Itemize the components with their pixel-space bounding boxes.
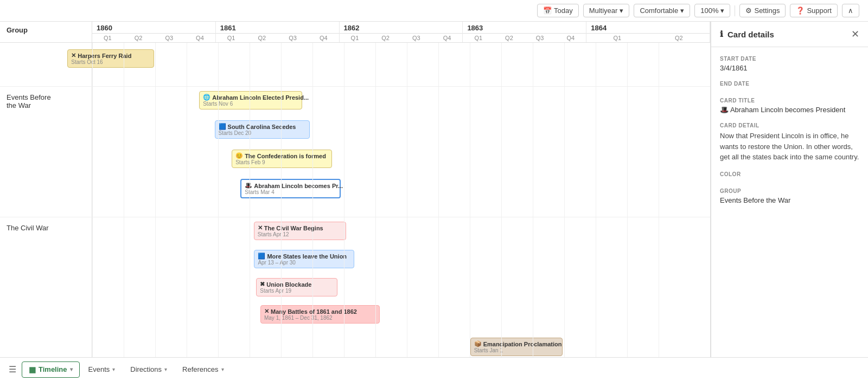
card-icon-2-4: 📦: [474, 340, 482, 347]
zoom-button[interactable]: 100% ▾: [694, 4, 730, 17]
quarter-1863-Q4: Q4: [556, 34, 586, 42]
events-tab-arrow: ▾: [112, 366, 115, 372]
panel-header: ℹ Card details ✕: [711, 22, 868, 47]
start-date-label: START DATE: [720, 56, 859, 62]
card-2-0[interactable]: ✕The Civil War BeginsStarts Apr 12: [254, 222, 346, 240]
timeline-row-2: The Civil War✕The Civil War BeginsStarts…: [0, 217, 710, 357]
card-date-2-0: Starts Apr 12: [258, 231, 342, 237]
card-title-text-2-1: More States leave the Union: [267, 253, 347, 260]
grid-line-2: [155, 43, 156, 86]
tab-references[interactable]: References ▾: [176, 362, 230, 377]
grid-line-1: [124, 87, 124, 217]
card-1-2[interactable]: 😊The Confederation is formedStarts Feb 9: [232, 150, 332, 168]
color-field: COLOR: [720, 171, 859, 179]
card-2-4[interactable]: 📦Emancipation ProclamationStarts Jan 1: [470, 338, 563, 356]
grid-line-15: [564, 43, 565, 86]
panel-title-text: Card details: [727, 30, 774, 39]
card-title-2-2: ✖Union Blockade: [260, 281, 334, 288]
row-content-2: ✕The Civil War BeginsStarts Apr 12🟦More …: [92, 217, 710, 357]
quarter-1860-Q1: Q1: [92, 34, 123, 42]
card-title-text-1-2: The Confederation is formed: [245, 153, 326, 159]
grid-line-2: [155, 217, 156, 357]
year-label-1864: 1864: [586, 22, 710, 34]
card-2-1[interactable]: 🟦More States leave the UnionApr 13 – Apr…: [254, 250, 354, 268]
events-tab-label: Events: [88, 365, 110, 373]
grid-line-7: [312, 217, 313, 357]
grid-line-4: [218, 87, 219, 217]
card-0-0[interactable]: ✕Harpers Ferry RaidStarts Oct 16: [67, 49, 154, 68]
grid-line-11: [438, 87, 439, 217]
multiyear-arrow: ▾: [620, 7, 623, 15]
card-detail-value: Now that President Lincoln is in office,…: [720, 131, 859, 163]
support-button[interactable]: ❓ Support: [790, 4, 838, 17]
tab-timeline[interactable]: ▦ Timeline ▾: [22, 361, 80, 378]
grid-line-9: [375, 217, 376, 357]
card-title-field: CARD TITLE 🎩 Abraham Lincoln becomes Pre…: [720, 98, 859, 114]
grid-line-13: [501, 87, 502, 217]
grid-line-12: [470, 43, 470, 86]
quarter-1864-Q1: Q1: [586, 34, 648, 42]
info-icon: ℹ: [720, 29, 723, 39]
timeline-row-0: ✕Harpers Ferry RaidStarts Oct 16: [0, 43, 710, 87]
grid-line-11: [438, 217, 439, 357]
card-title-1-3: 🎩Abraham Lincoln becomes Pr...: [245, 182, 336, 189]
collapse-button[interactable]: ∧: [842, 4, 859, 17]
card-icon-2-3: ✕: [264, 308, 269, 315]
references-tab-label: References: [182, 365, 218, 373]
grid-line-14: [533, 87, 533, 217]
start-date-value: 3/4/1861: [720, 64, 859, 72]
support-label: Support: [807, 7, 832, 15]
group-column-header: Group: [0, 22, 92, 42]
zoom-label: 100%: [700, 7, 718, 15]
card-2-2[interactable]: ✖Union BlockadeStarts Apr 19: [256, 278, 337, 296]
chevron-up-icon: ∧: [848, 7, 853, 15]
card-date-1-1: Starts Dec 20: [219, 130, 306, 136]
quarter-1861-Q4: Q4: [308, 34, 339, 42]
timeline-tab-icon: ▦: [29, 365, 36, 374]
card-icon-1-1: 🟦: [219, 123, 226, 130]
today-button[interactable]: 📅 Today: [537, 4, 579, 17]
quarter-1860-Q3: Q3: [154, 34, 184, 42]
card-title-value: 🎩 Abraham Lincoln becomes President: [720, 106, 859, 114]
card-icon-2-2: ✖: [260, 281, 265, 288]
grid-line-5: [250, 217, 250, 357]
year-block-1861: 1861Q1Q2Q3Q4: [216, 22, 340, 42]
card-title-1-1: 🟦South Carolina Secedes: [219, 123, 306, 130]
grid-line-16: [596, 87, 596, 217]
grid-line-10: [407, 43, 407, 86]
tab-events[interactable]: Events ▾: [82, 362, 122, 377]
grid-line-3: [187, 87, 187, 217]
today-label: Today: [554, 7, 573, 15]
grid-line-8: [344, 87, 344, 217]
references-tab-arrow: ▾: [221, 366, 224, 372]
timeline-body[interactable]: ✕Harpers Ferry RaidStarts Oct 16Events B…: [0, 43, 710, 357]
tab-directions[interactable]: Directions ▾: [124, 362, 174, 377]
settings-button[interactable]: ⚙ Settings: [739, 4, 786, 17]
quarter-1861-Q3: Q3: [277, 34, 308, 42]
grid-line-18: [659, 43, 659, 86]
grid-line-15: [564, 217, 565, 357]
panel-body: START DATE 3/4/1861 END DATE CARD TITLE …: [711, 47, 868, 213]
card-title-text-1-0: Abraham Lincoln Elected Presid...: [212, 94, 309, 101]
hamburger-menu-button[interactable]: ☰: [4, 361, 21, 378]
directions-tab-label: Directions: [130, 365, 162, 373]
year-header: Group 1860Q1Q2Q3Q41861Q1Q2Q3Q41862Q1Q2Q3…: [0, 22, 710, 43]
card-2-3[interactable]: ✕Many Battles of 1861 and 1862May 1, 186…: [260, 305, 380, 324]
card-1-1[interactable]: 🟦South Carolina SecedesStarts Dec 20: [215, 120, 310, 139]
group-label-2: The Civil War: [0, 217, 92, 357]
year-label-1862: 1862: [340, 22, 463, 34]
card-title-text-2-0: The Civil War Begins: [264, 225, 323, 231]
card-title-text-1-1: South Carolina Secedes: [228, 124, 296, 130]
card-detail-label: CARD DETAIL: [720, 122, 859, 128]
card-1-3[interactable]: 🎩Abraham Lincoln becomes Pr...Starts Mar…: [240, 179, 341, 198]
comfortable-button[interactable]: Comfortable ▾: [634, 4, 690, 17]
panel-close-button[interactable]: ✕: [851, 29, 859, 39]
card-date-1-0: Starts Nov 6: [203, 101, 298, 107]
card-1-0[interactable]: 🌐Abraham Lincoln Elected Presid...Starts…: [199, 91, 302, 109]
settings-icon: ⚙: [745, 7, 752, 15]
group-field: GROUP Events Before the War: [720, 188, 859, 204]
quarter-1861-Q1: Q1: [216, 34, 247, 42]
multiyear-button[interactable]: Multiyear ▾: [583, 4, 630, 17]
card-icon-1-3: 🎩: [245, 182, 252, 189]
zoom-arrow: ▾: [720, 7, 724, 15]
